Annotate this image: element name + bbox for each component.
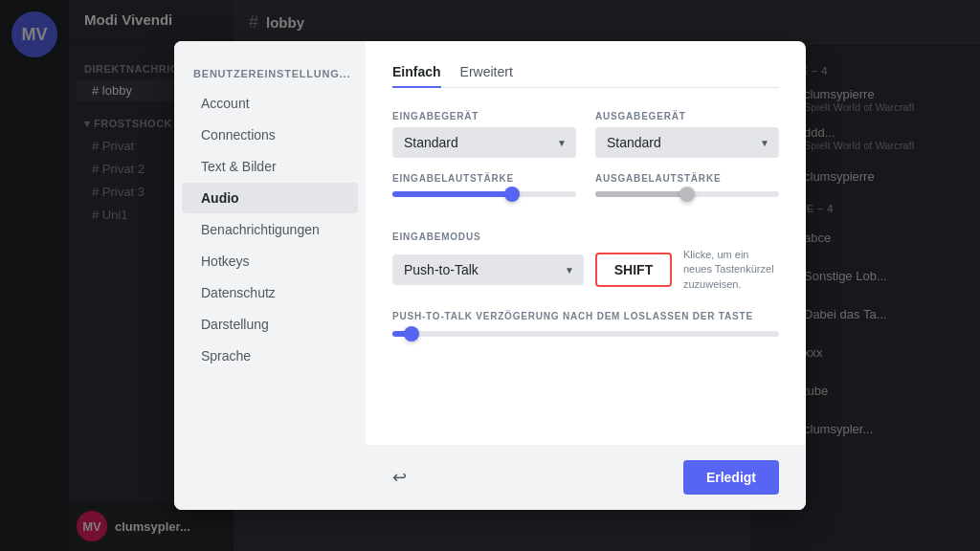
settings-modal: BENUTZEREINSTELLUNG... Account Connectio… [174, 41, 806, 510]
device-row: EINGABEGERÄT Standard AUSGABEGERÄT Stand… [392, 111, 779, 158]
input-mode-select[interactable]: Push-to-Talk Sprachaktivierung [392, 254, 584, 285]
output-volume-fill [595, 191, 687, 197]
nav-audio[interactable]: Audio [182, 183, 358, 213]
nav-hotkeys[interactable]: Hotkeys [182, 246, 358, 276]
nav-display[interactable]: Darstellung [182, 309, 358, 340]
volume-row: EINGABELAUTSTÄRKE AUSGABELAUTSTÄRKE [392, 173, 779, 216]
delay-label: PUSH-TO-TALK VERZÖGERUNG NACH DEM LOSLAS… [392, 311, 779, 321]
output-device-label: AUSGABEGERÄT [595, 111, 779, 121]
input-mode-group: EINGABEMODUS Push-to-Talk Sprachaktivier… [392, 231, 779, 292]
input-volume-group: EINGABELAUTSTÄRKE [392, 173, 576, 197]
input-mode-select-wrapper: Push-to-Talk Sprachaktivierung [392, 254, 584, 285]
input-device-select[interactable]: Standard [392, 127, 576, 158]
delay-section: PUSH-TO-TALK VERZÖGERUNG NACH DEM LOSLAS… [392, 311, 779, 337]
modal-sidebar: BENUTZEREINSTELLUNG... Account Connectio… [174, 41, 366, 510]
modal-sidebar-title: BENUTZEREINSTELLUNG... [174, 60, 366, 87]
shortcut-hint: Klicke, um ein neues Tastenkürzel zuzuwe… [683, 248, 779, 292]
nav-notifications[interactable]: Benachrichtigungen [182, 214, 358, 245]
delay-track[interactable] [392, 331, 779, 337]
nav-account[interactable]: Account [182, 88, 358, 119]
output-device-group: AUSGABEGERÄT Standard [595, 111, 779, 158]
input-device-label: EINGABEGERÄT [392, 111, 576, 121]
modal-overlay: BENUTZEREINSTELLUNG... Account Connectio… [0, 0, 980, 551]
nav-privacy[interactable]: Datenschutz [182, 277, 358, 308]
nav-language[interactable]: Sprache [182, 341, 358, 371]
input-device-select-wrapper: Standard [392, 127, 576, 158]
modal-content: Einfach Erweitert EINGABEGERÄT Standard … [366, 41, 806, 510]
tab-advanced[interactable]: Erweitert [460, 64, 513, 87]
output-volume-thumb[interactable] [679, 187, 695, 202]
output-device-select-wrapper: Standard [595, 127, 779, 158]
input-volume-label: EINGABELAUTSTÄRKE [392, 173, 576, 184]
output-volume-label: AUSGABELAUTSTÄRKE [595, 173, 779, 184]
input-volume-track[interactable] [392, 191, 576, 197]
nav-text-images[interactable]: Text & Bilder [182, 151, 358, 182]
output-volume-track[interactable] [595, 191, 779, 197]
output-volume-group: AUSGABELAUTSTÄRKE [595, 173, 779, 197]
input-mode-label: EINGABEMODUS [392, 231, 779, 242]
modal-footer: ↩ Erledigt [366, 445, 806, 510]
back-icon[interactable]: ↩ [392, 467, 407, 488]
nav-connections[interactable]: Connections [182, 120, 358, 150]
modal-tabs: Einfach Erweitert [392, 64, 779, 88]
delay-thumb[interactable] [404, 326, 419, 342]
tab-simple[interactable]: Einfach [392, 64, 441, 87]
output-device-select[interactable]: Standard [595, 127, 779, 158]
input-volume-fill [392, 191, 512, 197]
shortcut-key-box[interactable]: SHIFT [595, 253, 672, 287]
done-button[interactable]: Erledigt [683, 460, 779, 495]
input-mode-row: Push-to-Talk Sprachaktivierung SHIFT Kli… [392, 248, 779, 292]
input-volume-thumb[interactable] [504, 187, 520, 202]
input-device-group: EINGABEGERÄT Standard [392, 111, 576, 158]
